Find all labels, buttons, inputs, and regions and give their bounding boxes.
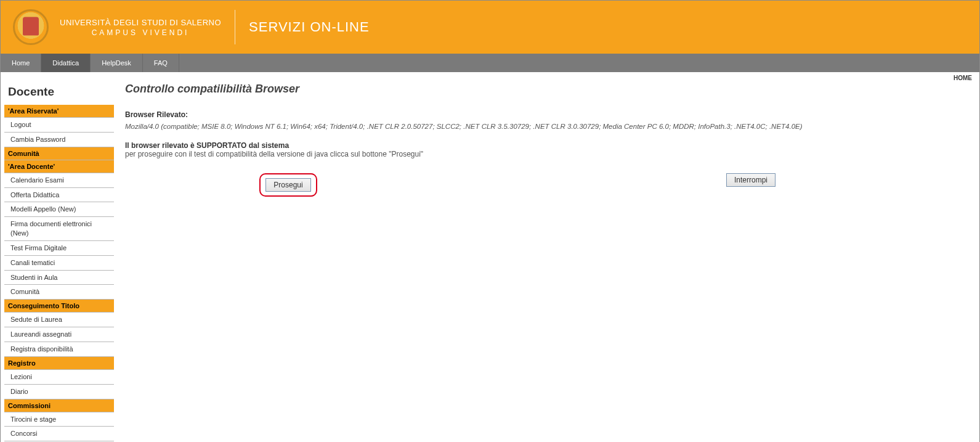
sidebar: Docente 'Area Riservata' Logout Cambia P… — [4, 81, 114, 441]
university-seal-icon — [13, 9, 49, 45]
cancel-button[interactable]: Interrompi — [726, 173, 775, 187]
sidebar-item-lezioni[interactable]: Lezioni — [4, 370, 114, 385]
sidebar-header-conseguimento-titolo[interactable]: Conseguimento Titolo — [4, 300, 114, 313]
university-name: UNIVERSITÀ DEGLI STUDI DI SALERNO — [60, 18, 221, 27]
button-row: Prosegui Interrompi — [125, 173, 778, 197]
sidebar-item-sedute-laurea[interactable]: Sedute di Laurea — [4, 313, 114, 327]
proceed-button[interactable]: Prosegui — [265, 178, 310, 192]
sidebar-header-area-riservata[interactable]: 'Area Riservata' — [4, 105, 114, 118]
sidebar-item-tirocini[interactable]: Tirocini e stage — [4, 412, 114, 427]
sidebar-item-concorsi[interactable]: Concorsi — [4, 427, 114, 441]
browser-detected-value: Mozilla/4.0 (compatible; MSIE 8.0; Windo… — [125, 121, 976, 131]
sidebar-item-studenti-aula[interactable]: Studenti in Aula — [4, 271, 114, 285]
top-nav: Home Didattica HelpDesk FAQ — [1, 54, 979, 72]
sidebar-header-area-docente[interactable]: 'Area Docente' — [4, 160, 114, 173]
header-divider — [235, 10, 235, 44]
sidebar-item-modelli-appello[interactable]: Modelli Appello (New) — [4, 202, 114, 217]
page-title: Controllo compatilibilità Browser — [125, 83, 976, 96]
logo-block: UNIVERSITÀ DEGLI STUDI DI SALERNO CAMPUS… — [13, 1, 370, 54]
proceed-highlight: Prosegui — [259, 173, 317, 197]
nav-faq[interactable]: FAQ — [143, 54, 179, 72]
sidebar-header-comunita[interactable]: Comunità — [4, 147, 114, 160]
support-status-line: Il browser rilevato è SUPPORTATO dal sis… — [125, 141, 976, 150]
sidebar-item-logout[interactable]: Logout — [4, 118, 114, 133]
sidebar-item-cambia-password[interactable]: Cambia Password — [4, 133, 114, 147]
sidebar-item-offerta-didattica[interactable]: Offerta Didattica — [4, 188, 114, 203]
sidebar-item-firma-documenti[interactable]: Firma documenti elettronici (New) — [4, 217, 114, 241]
main-content: Controllo compatilibilità Browser Browse… — [125, 81, 976, 441]
sidebar-title: Docente — [4, 81, 114, 105]
sidebar-item-registra-disponibilita[interactable]: Registra disponibilità — [4, 342, 114, 357]
sidebar-item-test-firma[interactable]: Test Firma Digitale — [4, 241, 114, 256]
sidebar-header-commissioni[interactable]: Commissioni — [4, 399, 114, 412]
header-bar: UNIVERSITÀ DEGLI STUDI DI SALERNO CAMPUS… — [1, 1, 979, 54]
service-title: SERVIZI ON-LINE — [249, 19, 370, 35]
instruction-line: per proseguire con il test di compatibil… — [125, 150, 976, 158]
sidebar-item-calendario-esami[interactable]: Calendario Esami — [4, 173, 114, 188]
sidebar-item-canali-tematici[interactable]: Canali tematici — [4, 256, 114, 271]
nav-helpdesk[interactable]: HelpDesk — [91, 54, 143, 72]
nav-home[interactable]: Home — [1, 54, 41, 72]
sidebar-item-laureandi[interactable]: Laureandi assegnati — [4, 327, 114, 342]
breadcrumb[interactable]: HOME — [1, 72, 979, 81]
university-text: UNIVERSITÀ DEGLI STUDI DI SALERNO CAMPUS… — [60, 18, 235, 37]
nav-didattica[interactable]: Didattica — [41, 54, 91, 72]
sidebar-header-registro[interactable]: Registro — [4, 357, 114, 370]
sidebar-item-diario[interactable]: Diario — [4, 385, 114, 399]
university-motto: CAMPUS VIVENDI — [60, 28, 221, 37]
sidebar-item-comunita[interactable]: Comunità — [4, 285, 114, 300]
browser-detected-label: Browser Rilevato: — [125, 110, 976, 119]
